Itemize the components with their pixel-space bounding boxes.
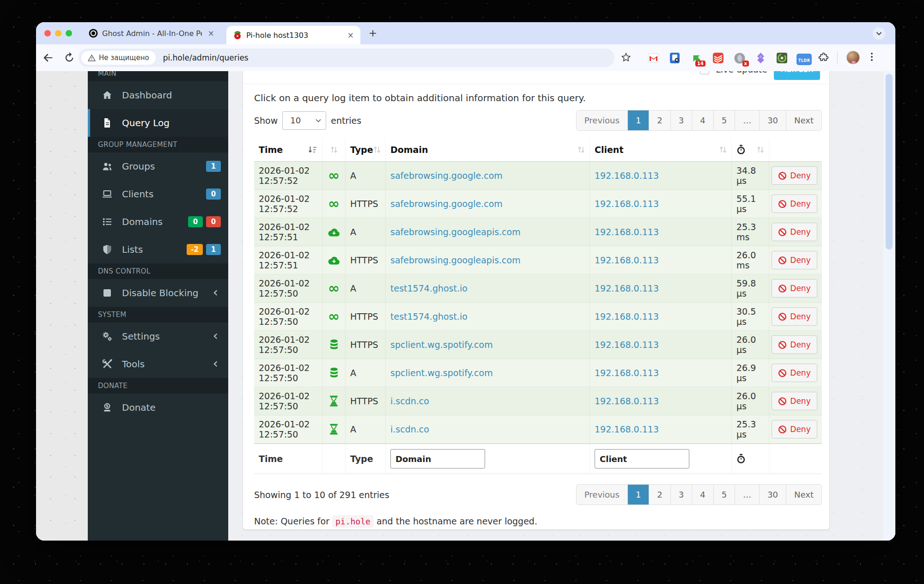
deny-button[interactable]: Deny [772, 364, 817, 382]
sidebar-item-domains[interactable]: Domains 0 0 [88, 208, 228, 236]
table-row[interactable]: 2026-01-02 12:57:52∞HTTPSsafebrowsing.go… [254, 190, 822, 218]
sidebar-item-disable-blocking[interactable]: Disable Blocking ‹ [88, 279, 228, 307]
pagination-next[interactable]: Next [786, 485, 821, 505]
sidebar-item-settings[interactable]: Settings ‹ [88, 322, 228, 350]
domain-link[interactable]: i.scdn.co [390, 424, 429, 434]
domain-link[interactable]: test1574.ghost.io [390, 311, 468, 322]
domain-link[interactable]: i.scdn.co [390, 396, 429, 406]
pagination-page-30[interactable]: 30 [759, 110, 786, 130]
domain-filter-input[interactable] [390, 449, 485, 468]
domain-link[interactable]: safebrowsing.googleapis.com [390, 255, 521, 265]
client-link[interactable]: 192.168.0.113 [595, 424, 659, 434]
zoom-window-button[interactable] [66, 30, 72, 36]
tab-close-icon[interactable]: × [346, 30, 356, 40]
pagination-page-3[interactable]: 3 [670, 485, 692, 505]
table-row[interactable]: 2026-01-02 12:57:50∞HTTPStest1574.ghost.… [254, 303, 822, 331]
domain-link[interactable]: safebrowsing.google.com [390, 199, 503, 209]
deny-button[interactable]: Deny [772, 392, 817, 410]
client-link[interactable]: 192.168.0.113 [595, 255, 659, 265]
table-row[interactable]: 2026-01-02 12:57:50∞Atest1574.ghost.io19… [254, 274, 822, 303]
client-link[interactable]: 192.168.0.113 [595, 283, 659, 293]
deny-button[interactable]: Deny [772, 335, 817, 354]
browser-menu-button[interactable] [870, 51, 873, 64]
table-row[interactable]: 2026-01-02 12:57:50Ai.scdn.co192.168.0.1… [254, 415, 822, 444]
deny-button[interactable]: Deny [772, 223, 817, 241]
sidebar-item-clients[interactable]: Clients 0 [88, 180, 228, 208]
column-header-time[interactable]: Time [254, 138, 322, 161]
bookmark-star-icon[interactable] [620, 52, 632, 63]
client-link[interactable]: 192.168.0.113 [595, 340, 659, 350]
sidebar-item-groups[interactable]: Groups 1 [88, 152, 228, 180]
deny-button[interactable]: Deny [772, 420, 817, 438]
extension-privacy-icon[interactable] [669, 52, 681, 64]
page-scrollbar[interactable] [883, 71, 895, 541]
column-header-client[interactable]: Client [590, 138, 731, 161]
sidebar-item-query-log[interactable]: Query Log [88, 109, 228, 137]
pagination-next[interactable]: Next [786, 110, 821, 130]
client-link[interactable]: 192.168.0.113 [595, 396, 659, 406]
table-row[interactable]: 2026-01-02 12:57:50HTTPSi.scdn.co192.168… [254, 387, 822, 415]
domain-link[interactable]: spclient.wg.spotify.com [390, 368, 493, 378]
tab-ghost-admin[interactable]: Ghost Admin - All-In-One Per × [82, 22, 221, 44]
entries-select[interactable]: 10 [282, 111, 326, 130]
tab-pihole[interactable]: Pi-hole host1303 × [226, 26, 360, 44]
sidebar-item-lists[interactable]: Disable Blocking Lists -2 1 [88, 236, 228, 263]
domain-link[interactable]: safebrowsing.google.com [390, 170, 503, 181]
column-header-status[interactable] [322, 138, 345, 161]
client-link[interactable]: 192.168.0.113 [595, 199, 659, 209]
deny-button[interactable]: Deny [772, 166, 817, 185]
address-bar[interactable]: Не защищено pi.hole/admin/queries [79, 49, 614, 67]
table-row[interactable]: 2026-01-02 12:57:50HTTPSspclient.wg.spot… [254, 331, 822, 359]
pagination-page-3[interactable]: 3 [670, 110, 692, 130]
column-header-type[interactable]: Type [345, 138, 385, 161]
pagination-previous[interactable]: Previous [577, 485, 627, 505]
extension-pihole-gray-icon[interactable]: x [734, 52, 746, 64]
back-button[interactable] [42, 51, 55, 64]
extension-gmail-icon[interactable] [648, 52, 659, 64]
table-row[interactable]: 2026-01-02 12:57:52∞Asafebrowsing.google… [254, 162, 822, 190]
minimize-window-button[interactable] [55, 30, 61, 36]
scrollbar-thumb[interactable] [886, 74, 893, 249]
tab-search-button[interactable] [873, 27, 885, 40]
new-tab-button[interactable]: + [367, 28, 379, 40]
client-link[interactable]: 192.168.0.113 [595, 311, 659, 322]
reload-button[interactable] [63, 51, 76, 64]
pagination-page-5[interactable]: 5 [713, 110, 735, 130]
pagination-page-4[interactable]: 4 [692, 485, 713, 505]
pagination-page-2[interactable]: 2 [649, 485, 670, 505]
extensions-puzzle-icon[interactable] [818, 52, 829, 64]
extension-purple-icon[interactable] [755, 52, 766, 64]
extension-green-icon[interactable]: 14 [690, 52, 702, 64]
domain-link[interactable]: safebrowsing.googleapis.com [390, 227, 521, 237]
refresh-button[interactable]: Refresh [774, 71, 820, 80]
sidebar-item-dashboard[interactable]: Dashboard [88, 81, 228, 109]
profile-avatar[interactable] [846, 51, 860, 64]
pagination-page-30[interactable]: 30 [759, 485, 786, 505]
table-row[interactable]: 2026-01-02 12:57:51Asafebrowsing.googlea… [254, 218, 822, 246]
tab-close-icon[interactable]: × [206, 29, 216, 38]
sidebar-item-tools[interactable]: Tools ‹ [88, 350, 228, 378]
extension-recorder-icon[interactable] [776, 52, 788, 64]
close-window-button[interactable] [44, 30, 51, 36]
column-header-response-time[interactable] [731, 138, 769, 161]
pagination-page-…[interactable]: … [735, 485, 759, 505]
extension-tldr-icon[interactable]: TLDR [796, 54, 812, 65]
table-row[interactable]: 2026-01-02 12:57:50Aspclient.wg.spotify.… [254, 359, 822, 387]
pagination-page-5[interactable]: 5 [713, 485, 735, 505]
client-filter-input[interactable] [595, 449, 689, 468]
security-badge[interactable]: Не защищено [81, 51, 156, 65]
domain-link[interactable]: test1574.ghost.io [390, 283, 468, 293]
pagination-page-4[interactable]: 4 [692, 110, 713, 130]
deny-button[interactable]: Deny [772, 251, 817, 269]
pagination-page-2[interactable]: 2 [649, 110, 670, 130]
client-link[interactable]: 192.168.0.113 [595, 368, 659, 378]
pagination-page-…[interactable]: … [735, 110, 759, 130]
pagination-previous[interactable]: Previous [577, 110, 627, 130]
table-row[interactable]: 2026-01-02 12:57:51HTTPSsafebrowsing.goo… [254, 246, 822, 274]
client-link[interactable]: 192.168.0.113 [595, 170, 659, 181]
domain-link[interactable]: spclient.wg.spotify.com [390, 340, 493, 350]
extension-todoist-icon[interactable] [712, 52, 724, 64]
deny-button[interactable]: Deny [772, 195, 817, 213]
pagination-page-1[interactable]: 1 [627, 485, 649, 505]
pagination-page-1[interactable]: 1 [627, 110, 649, 130]
